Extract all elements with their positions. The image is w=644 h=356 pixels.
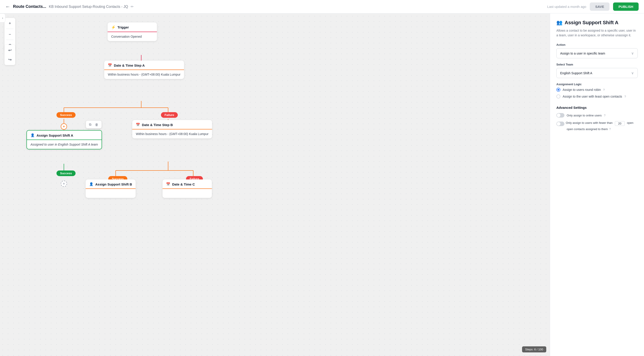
datetime-a-title: Date & Time Step A bbox=[114, 64, 145, 67]
advanced-title: Advanced Settings bbox=[556, 106, 638, 110]
datetime-b-header: 📅 Date & Time Step B bbox=[132, 120, 212, 129]
least-open-help-icon[interactable]: ? bbox=[624, 95, 626, 98]
panel-title: Assign Support Shift A bbox=[565, 20, 618, 26]
main-layout: + − ⊕ ↩ ↪ bbox=[0, 14, 644, 356]
last-updated-text: Last updated a month ago bbox=[547, 5, 586, 9]
action-section: Action Assign to a user in specific team… bbox=[556, 43, 638, 58]
trigger-title: Trigger bbox=[118, 25, 129, 29]
datetime-c-node[interactable]: 📅 Date & Time C bbox=[162, 179, 212, 198]
datetime-c-title: Date & Time C bbox=[172, 182, 195, 186]
fewer-contacts-number[interactable]: 20 bbox=[615, 121, 625, 126]
round-robin-help-icon[interactable]: ? bbox=[603, 88, 604, 92]
assign-b-title: Assign Support Shift B bbox=[95, 182, 132, 186]
datetime-c-header: 📅 Date & Time C bbox=[162, 179, 212, 189]
trigger-icon: ⚡ bbox=[111, 25, 116, 29]
save-button[interactable]: SAVE bbox=[590, 3, 610, 11]
zoom-out-button[interactable]: − bbox=[6, 30, 14, 39]
team-section: Select Team English Support Shift A ∨ bbox=[556, 63, 638, 78]
datetime-a-node[interactable]: 📅 Date & Time Step A Within business hou… bbox=[104, 61, 184, 79]
fewer-contacts-label: Only assign to users with fewer than bbox=[566, 121, 612, 125]
add-after-assign-a[interactable]: + bbox=[61, 181, 67, 187]
datetime-b-node[interactable]: 📅 Date & Time Step B Within business hou… bbox=[132, 120, 212, 138]
radio-least-open[interactable]: Assign to the user with least open conta… bbox=[556, 94, 638, 99]
history-controls: ↩ ↪ bbox=[4, 45, 15, 65]
fewer-contacts-row: Only assign to users with fewer than 20 … bbox=[556, 121, 638, 131]
assignment-logic-section: Assignment Logic Assign to users round r… bbox=[556, 83, 638, 99]
assignment-logic-label: Assignment Logic bbox=[556, 83, 638, 86]
panel-icon: 👥 bbox=[556, 20, 562, 26]
assign-b-node[interactable]: 👤 Assign Support Shift B bbox=[86, 179, 136, 198]
radio-round-robin[interactable]: Assign to users round robin ? bbox=[556, 88, 638, 92]
assign-b-icon: 👤 bbox=[89, 182, 94, 186]
calendar-a-icon: 📅 bbox=[108, 63, 112, 67]
online-users-help-icon[interactable]: ? bbox=[604, 114, 606, 117]
success-badge-left: Success bbox=[56, 112, 76, 118]
assign-a-header: 👤 Assign Support Shift A bbox=[27, 131, 102, 140]
calendar-c-icon: 📅 bbox=[166, 182, 170, 186]
publish-button[interactable]: PUBLISH bbox=[613, 3, 638, 11]
fewer-contacts-suffix: open contacts assigned to them bbox=[556, 127, 608, 131]
team-chevron: ∨ bbox=[631, 71, 634, 75]
panel-description: Allows a contact to be assigned to a spe… bbox=[556, 28, 638, 38]
datetime-b-body: Within business hours - (GMT+08:00) Kual… bbox=[132, 129, 212, 138]
panel-title-row: 👥 Assign Support Shift A bbox=[556, 20, 638, 26]
online-users-label: Only assign to online users bbox=[567, 114, 602, 117]
breadcrumb-subtitle: KB Inbound Support Setup-Routing Contact… bbox=[49, 5, 128, 9]
team-select[interactable]: English Support Shift A ∨ bbox=[556, 68, 638, 78]
radio-least-open-btn[interactable] bbox=[556, 94, 560, 99]
radio-round-robin-btn[interactable] bbox=[556, 88, 560, 92]
flow-connectors bbox=[0, 14, 448, 356]
team-value: English Support Shift A bbox=[560, 71, 592, 75]
failure-badge-right: Failure bbox=[161, 112, 178, 118]
fewer-contacts-open: open bbox=[627, 121, 634, 125]
radio-least-open-label: Assign to the user with least open conta… bbox=[563, 95, 622, 98]
back-button[interactable]: ← bbox=[6, 4, 10, 10]
action-select[interactable]: Assign to a user in specific team ∨ bbox=[556, 48, 638, 58]
add-before-assign-a[interactable]: + bbox=[61, 123, 67, 130]
assign-b-body bbox=[86, 189, 136, 198]
trigger-body: Conversation Opened bbox=[108, 32, 157, 41]
calendar-b-icon: 📅 bbox=[136, 123, 140, 127]
action-label: Action bbox=[556, 43, 638, 47]
success-badge-assign-a: Success bbox=[56, 170, 76, 176]
copy-button[interactable]: ⧉ bbox=[88, 122, 93, 127]
trigger-node[interactable]: ⚡ Trigger Conversation Opened bbox=[108, 23, 157, 41]
topbar-left: ← Route Contacts... KB Inbound Support S… bbox=[6, 4, 134, 10]
redo-button[interactable]: ↪ bbox=[6, 55, 14, 64]
right-panel: 👥 Assign Support Shift A Allows a contac… bbox=[550, 14, 644, 356]
datetime-c-body bbox=[162, 189, 212, 198]
steps-counter: Steps: 6 / 100 bbox=[522, 346, 546, 352]
action-value: Assign to a user in specific team bbox=[560, 52, 605, 55]
fewer-contacts-help-icon[interactable]: ? bbox=[609, 127, 611, 131]
flow-canvas[interactable]: + − ⊕ ↩ ↪ bbox=[0, 14, 550, 356]
zoom-in-button[interactable]: + bbox=[6, 19, 14, 28]
undo-button[interactable]: ↩ bbox=[6, 46, 14, 55]
collapse-panel-button[interactable]: › bbox=[0, 14, 6, 23]
team-label: Select Team bbox=[556, 63, 638, 66]
assign-a-body: Assigned to user in English Support Shif… bbox=[27, 140, 102, 149]
page-title: Route Contacts... bbox=[13, 4, 46, 9]
trigger-header: ⚡ Trigger bbox=[108, 23, 157, 32]
datetime-a-header: 📅 Date & Time Step A bbox=[104, 61, 184, 70]
advanced-settings-section: Advanced Settings Only assign to online … bbox=[556, 106, 638, 131]
assign-a-toolbar: ⧉ 🗑 bbox=[86, 121, 102, 128]
radio-round-robin-label: Assign to users round robin bbox=[563, 88, 601, 92]
assign-b-header: 👤 Assign Support Shift B bbox=[86, 179, 136, 189]
assign-a-title: Assign Support Shift A bbox=[36, 134, 73, 137]
delete-button[interactable]: 🗑 bbox=[94, 122, 100, 127]
datetime-a-body: Within business hours - (GMT+08:00) Kual… bbox=[104, 70, 184, 79]
online-users-row: Only assign to online users ? bbox=[556, 113, 638, 118]
topbar-right: Last updated a month ago SAVE PUBLISH bbox=[547, 3, 638, 11]
assign-a-node[interactable]: ⧉ 🗑 👤 Assign Support Shift A Assigned to… bbox=[26, 130, 102, 149]
topbar: ← Route Contacts... KB Inbound Support S… bbox=[0, 0, 644, 14]
datetime-b-title: Date & Time Step B bbox=[142, 123, 173, 127]
fewer-contacts-toggle[interactable] bbox=[556, 122, 564, 126]
online-users-toggle[interactable] bbox=[556, 113, 564, 118]
assign-a-icon: 👤 bbox=[30, 133, 35, 137]
action-chevron: ∨ bbox=[631, 51, 634, 55]
edit-icon[interactable]: ✏ bbox=[131, 5, 134, 9]
